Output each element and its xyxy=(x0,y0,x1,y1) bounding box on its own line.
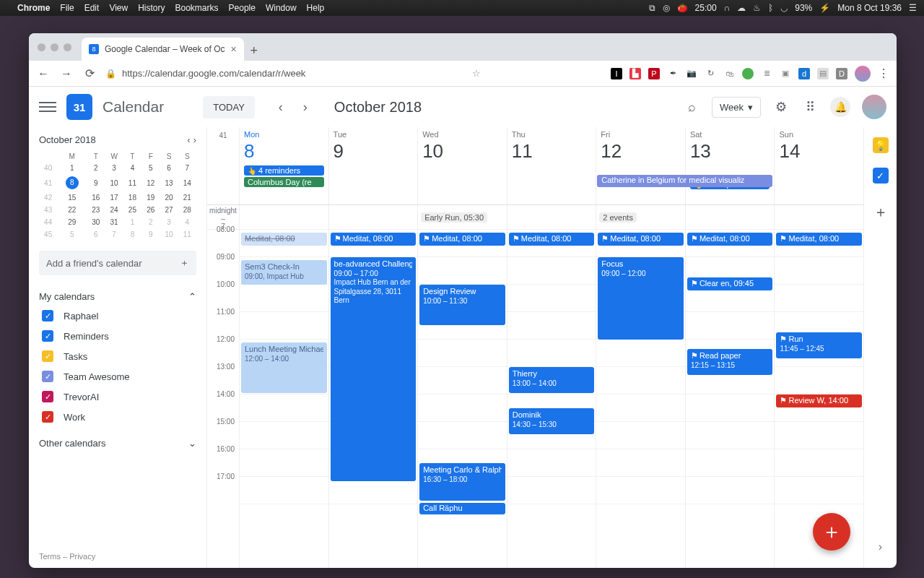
cloud-icon[interactable]: ☁ xyxy=(737,3,746,13)
reload-button[interactable]: ⟳ xyxy=(82,66,97,80)
mini-day[interactable]: 8 xyxy=(123,228,141,241)
ext-icon[interactable]: ↻ xyxy=(705,68,716,79)
window-controls[interactable] xyxy=(38,43,71,51)
ext-icon[interactable]: d xyxy=(798,68,810,79)
mini-day[interactable]: 20 xyxy=(160,191,178,204)
view-selector[interactable]: Week▾ xyxy=(712,97,761,118)
history-menu[interactable]: History xyxy=(138,3,165,13)
calendar-event[interactable]: ⚑Run11:45 – 12:45 xyxy=(776,332,862,358)
next-week-button[interactable]: › xyxy=(295,97,315,117)
mini-day[interactable]: 7 xyxy=(105,228,123,241)
mini-day[interactable]: 4 xyxy=(178,216,196,228)
headphones-icon[interactable]: ∩ xyxy=(724,3,731,13)
keep-icon[interactable]: 💡 xyxy=(873,137,889,153)
mini-day[interactable]: 5 xyxy=(57,228,87,241)
buffer-icon[interactable]: ≣ xyxy=(761,68,772,79)
add-friend-calendar[interactable]: Add a friend's calendar ＋ xyxy=(39,251,196,275)
prev-week-button[interactable]: ‹ xyxy=(271,97,291,117)
ext-icon[interactable]: ▣ xyxy=(780,68,791,79)
allday-event[interactable]: 👆4 reminders xyxy=(244,165,324,176)
mini-day[interactable]: 12 xyxy=(141,174,160,191)
bookmark-star-icon[interactable]: ☆ xyxy=(472,68,481,79)
mini-day[interactable]: 18 xyxy=(123,191,141,204)
calendar-event[interactable]: Meditat, 08:00 xyxy=(241,233,327,246)
forward-button[interactable]: → xyxy=(59,67,74,80)
day-column[interactable]: ⚑Meditat, 08:00⚑Run11:45 – 12:45⚑Review … xyxy=(774,205,863,568)
search-icon[interactable]: ⌕ xyxy=(683,100,700,115)
day-column[interactable]: ⚑Meditat, 08:00Thierry13:00 – 14:00Domin… xyxy=(507,205,596,568)
mini-next-icon[interactable]: › xyxy=(193,134,196,145)
mini-day[interactable]: 9 xyxy=(87,174,105,191)
calendar-event[interactable]: ⚑Meditat, 08:00 xyxy=(509,233,595,246)
mini-day[interactable]: 5 xyxy=(141,162,160,174)
ext-icon[interactable] xyxy=(742,68,754,79)
calendar-toggle[interactable]: ✓ TrevorAI xyxy=(39,387,196,406)
day-column[interactable]: 2 events⚑Meditat, 08:00Focus09:00 – 12:0… xyxy=(596,205,685,568)
allday-event[interactable]: Catherine in Belgium for medical visuali… xyxy=(597,175,772,187)
other-calendars-toggle[interactable]: Other calendars⌄ xyxy=(39,434,196,453)
calendar-event[interactable]: ⚑Meditat, 08:00 xyxy=(419,233,505,246)
calendar-event[interactable]: ⚑Meditat, 08:00 xyxy=(687,233,773,246)
dropbox-icon[interactable]: ⧉ xyxy=(649,3,655,13)
mini-day[interactable]: 1 xyxy=(57,162,87,174)
calendar-toggle[interactable]: ✓ Reminders xyxy=(39,327,196,345)
kebab-menu-icon[interactable]: ⋮ xyxy=(878,66,889,80)
profile-avatar[interactable] xyxy=(855,66,871,82)
calendar-toggle[interactable]: ✓ Raphael xyxy=(39,306,196,325)
ext-icon[interactable]: ✒ xyxy=(667,68,679,79)
calendar-event[interactable]: Meeting Carlo & Ralph16:30 – 18:00 xyxy=(419,463,505,501)
mini-day[interactable]: 8 xyxy=(57,174,87,191)
collapsed-events[interactable]: 2 events xyxy=(599,212,637,223)
mini-day[interactable]: 13 xyxy=(160,174,178,191)
calendar-event[interactable]: ⚑Meditat, 08:00 xyxy=(331,233,417,246)
mini-day[interactable]: 30 xyxy=(87,216,105,228)
mini-day[interactable]: 24 xyxy=(105,204,123,216)
hamburger-icon[interactable] xyxy=(39,98,56,116)
calendar-event[interactable]: Lunch Meeting Michael12:00 – 14:00 xyxy=(241,342,327,393)
mini-day[interactable]: 10 xyxy=(160,228,178,241)
calendar-event[interactable]: ⚑Read paper12:15 – 13:15 xyxy=(687,349,773,375)
mini-day[interactable]: 17 xyxy=(105,191,123,204)
day-header[interactable]: Mon 8 👆4 remindersColumbus Day (re xyxy=(239,127,328,204)
apps-grid-icon[interactable]: ⠿ xyxy=(801,99,819,115)
notification-center-icon[interactable]: ☰ xyxy=(909,3,917,13)
day-header[interactable]: Sun 14 xyxy=(774,127,863,204)
mini-day[interactable]: 28 xyxy=(178,204,196,216)
ext-icon[interactable]: ▤ xyxy=(817,68,829,79)
bluetooth-icon[interactable]: ᛒ xyxy=(768,3,773,13)
calendar-toggle[interactable]: ✓ Tasks xyxy=(39,347,196,366)
ext-icon[interactable]: D xyxy=(836,68,847,79)
mini-day[interactable]: 22 xyxy=(57,204,87,216)
mini-day[interactable]: 6 xyxy=(160,162,178,174)
camera-icon[interactable]: 📷 xyxy=(686,68,697,79)
mini-day[interactable]: 27 xyxy=(160,204,178,216)
mini-day[interactable]: 11 xyxy=(178,228,196,241)
mini-day[interactable]: 15 xyxy=(57,191,87,204)
ext-icon[interactable]: ▙ xyxy=(629,68,641,79)
calendar-event[interactable]: ⚑Meditat, 08:00 xyxy=(598,233,684,246)
mini-day[interactable]: 23 xyxy=(87,204,105,216)
calendar-event[interactable]: Design Review10:00 – 11:30 xyxy=(419,285,505,325)
wifi-icon[interactable]: ◡ xyxy=(780,3,788,13)
account-avatar[interactable] xyxy=(862,95,886,119)
help-menu[interactable]: Help xyxy=(307,3,325,13)
mini-day[interactable]: 2 xyxy=(87,162,105,174)
people-menu[interactable]: People xyxy=(229,3,256,13)
omnibox[interactable]: 🔒 https://calendar.google.com/calendar/r… xyxy=(105,68,481,79)
file-menu[interactable]: File xyxy=(60,3,74,13)
collapsed-events[interactable]: Early Run, 05:30 xyxy=(421,212,487,223)
calendar-event[interactable]: Sem3 Check-In09:00, Impact Hub xyxy=(241,260,327,285)
day-column[interactable]: Meditat, 08:00Sem3 Check-In09:00, Impact… xyxy=(239,205,328,568)
mini-day[interactable]: 4 xyxy=(123,162,141,174)
view-menu[interactable]: View xyxy=(109,3,128,13)
mini-day[interactable]: 10 xyxy=(105,174,123,191)
clock[interactable]: Mon 8 Oct 19:36 xyxy=(837,3,902,13)
day-column[interactable]: Early Run, 05:30⚑Meditat, 08:00Design Re… xyxy=(417,205,507,568)
allday-event[interactable]: Columbus Day (re xyxy=(244,177,324,187)
mini-day[interactable]: 26 xyxy=(141,204,160,216)
tasks-icon[interactable]: ✓ xyxy=(873,168,889,184)
pomodoro-timer[interactable]: 25:00 xyxy=(695,3,717,13)
collapse-rail-icon[interactable]: › xyxy=(879,540,882,553)
browser-tab[interactable]: 8 Google Calendar – Week of Oc × xyxy=(82,38,244,61)
my-calendars-toggle[interactable]: My calendars⌃ xyxy=(39,287,196,306)
